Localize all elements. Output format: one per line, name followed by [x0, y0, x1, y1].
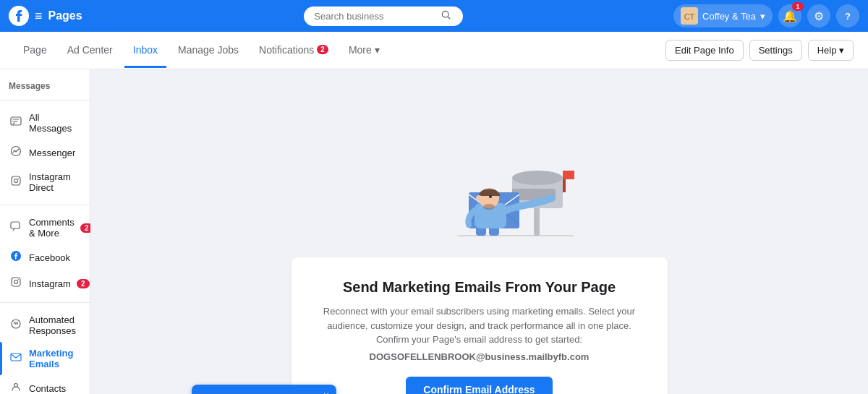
- illustration: [357, 98, 603, 243]
- illustration-container: [357, 98, 603, 243]
- svg-point-22: [512, 171, 563, 185]
- account-name: Coffey & Tea: [702, 11, 756, 22]
- svg-point-6: [12, 147, 21, 156]
- search-wrapper: [304, 7, 451, 26]
- automated-responses-label: Automated Responses: [29, 314, 81, 336]
- all-messages-icon: [9, 116, 23, 130]
- sidebar-item-messenger[interactable]: Messenger: [0, 140, 90, 166]
- tab-manage-jobs[interactable]: Manage Jobs: [169, 34, 247, 68]
- svg-rect-10: [11, 222, 20, 228]
- notifications-badge: 1: [792, 2, 804, 11]
- instagram-direct-label: Instagram Direct: [29, 171, 81, 193]
- svg-point-45: [489, 195, 492, 198]
- tab-more[interactable]: More ▾: [340, 34, 388, 68]
- svg-point-16: [15, 323, 17, 325]
- main-content: Send Marketing Emails From Your Page Rec…: [90, 69, 868, 394]
- svg-text:CT: CT: [684, 12, 695, 21]
- svg-point-8: [14, 179, 18, 183]
- sidebar-divider-3: [0, 302, 90, 303]
- account-button[interactable]: CT Coffey & Tea ▾: [673, 4, 773, 27]
- svg-point-1: [443, 11, 449, 17]
- marketing-emails-label: Marketing Emails: [29, 348, 81, 369]
- top-bar: ≡ Pages CT Coffey & Tea ▾ 🔔 1 ⚙ ?: [0, 0, 868, 32]
- secondary-nav: Page Ad Center Inbox Manage Jobs Notific…: [0, 32, 868, 69]
- notifications-button[interactable]: 🔔 1: [778, 4, 801, 27]
- all-messages-label: All Messages: [29, 112, 81, 134]
- sidebar-divider-1: [0, 100, 90, 100]
- sidebar-item-facebook[interactable]: Facebook: [0, 244, 90, 270]
- tab-inbox[interactable]: Inbox: [124, 34, 166, 68]
- instagram-page-icon: [9, 276, 23, 291]
- tab-ad-center[interactable]: Ad Center: [59, 34, 122, 68]
- svg-rect-25: [563, 171, 574, 179]
- comments-icon: [9, 220, 23, 235]
- settings-button[interactable]: Settings: [749, 40, 802, 61]
- messenger-label: Messenger: [29, 147, 75, 158]
- sidebar-divider-2: [0, 205, 90, 205]
- sidebar-item-instagram-direct[interactable]: Instagram Direct: [0, 166, 90, 199]
- svg-point-14: [18, 279, 19, 280]
- messenger-icon: [9, 145, 23, 160]
- contacts-icon: [9, 381, 23, 394]
- contacts-label: Contacts: [29, 383, 66, 394]
- instagram-direct-icon: [9, 175, 23, 189]
- svg-point-43: [483, 204, 495, 210]
- svg-rect-7: [12, 176, 20, 185]
- hamburger-icon[interactable]: ≡: [35, 9, 43, 24]
- main-layout: Messages All Messages Messenger Instagra…: [0, 69, 868, 394]
- tab-notifications[interactable]: Notifications 2: [250, 34, 337, 68]
- card-email: DOGSOFELLENBROOK@business.mailbyfb.com: [320, 351, 639, 362]
- facebook-label: Facebook: [29, 252, 70, 263]
- comments-more-label: Comments & More: [29, 217, 75, 239]
- sidebar-item-all-messages[interactable]: All Messages: [0, 106, 90, 140]
- facebook-logo: [9, 6, 29, 26]
- sidebar-item-contacts[interactable]: Contacts: [0, 375, 90, 394]
- svg-point-13: [14, 280, 18, 284]
- sidebar-section-header: Messages: [0, 75, 90, 94]
- help-icon-button[interactable]: ?: [836, 4, 859, 27]
- automated-responses-icon: [9, 318, 23, 333]
- facebook-page-icon: [9, 250, 23, 265]
- sidebar-item-instagram[interactable]: Instagram 2: [0, 270, 90, 296]
- edit-page-info-button[interactable]: Edit Page Info: [665, 40, 744, 61]
- sidebar-item-marketing-emails[interactable]: Marketing Emails: [0, 342, 90, 375]
- account-chevron: ▾: [760, 11, 765, 22]
- top-bar-left: ≡ Pages: [9, 6, 82, 26]
- instagram-label: Instagram: [29, 278, 71, 289]
- help-button[interactable]: Help ▾: [808, 40, 854, 61]
- app-title: Pages: [48, 9, 82, 22]
- search-input[interactable]: [304, 7, 463, 26]
- sidebar: Messages All Messages Messenger Instagra…: [0, 69, 90, 394]
- account-avatar: CT: [681, 7, 698, 25]
- content-card: Send Marketing Emails From Your Page Rec…: [292, 257, 668, 394]
- sidebar-item-automated-responses[interactable]: Automated Responses: [0, 309, 90, 342]
- instagram-badge: 2: [77, 279, 90, 288]
- confirm-email-button[interactable]: Confirm Email Address: [406, 377, 552, 395]
- toast-close-button[interactable]: ×: [323, 390, 329, 394]
- svg-point-9: [18, 178, 19, 179]
- notifications-tab-badge: 2: [317, 45, 328, 54]
- svg-rect-12: [12, 278, 20, 286]
- sidebar-item-comments-more[interactable]: Comments & More 2: [0, 211, 90, 244]
- svg-point-44: [476, 195, 482, 201]
- svg-line-2: [448, 17, 451, 19]
- secondary-nav-right: Edit Page Info Settings Help ▾: [665, 40, 854, 61]
- top-bar-right: CT Coffey & Tea ▾ 🔔 1 ⚙ ?: [673, 4, 859, 27]
- card-description: Reconnect with your email subscribers us…: [320, 304, 639, 347]
- settings-icon-button[interactable]: ⚙: [807, 4, 830, 27]
- marketing-emails-icon: [9, 351, 23, 366]
- toast-notification: × Now you can send customized marketing …: [192, 385, 336, 394]
- card-title: Send Marketing Emails From Your Page: [320, 279, 639, 296]
- tab-page[interactable]: Page: [14, 34, 56, 68]
- search-button[interactable]: [441, 10, 451, 22]
